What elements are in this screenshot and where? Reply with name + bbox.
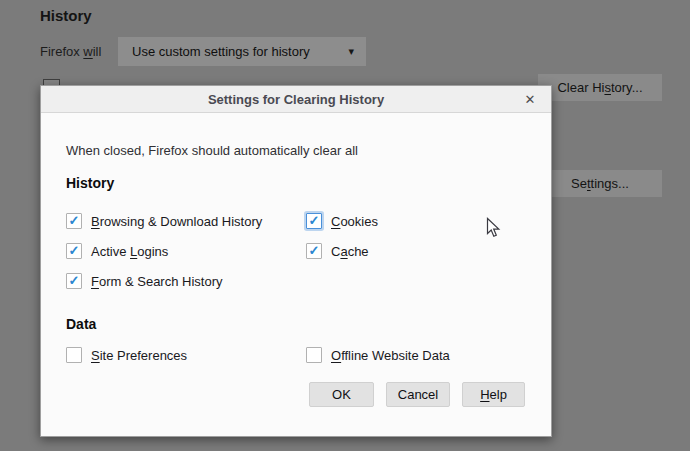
check-icon: ✓ [69,244,80,257]
checkbox-row-cache: ✓ Cache [306,243,369,259]
settings-button[interactable]: Settings... [538,170,662,197]
checkbox-row-cookies: ✓ Cookies [306,213,378,229]
checkbox-label-cookies[interactable]: Cookies [331,214,378,229]
checkbox-active-logins[interactable]: ✓ [66,243,82,259]
checkbox-label-browsing-download-history[interactable]: Browsing & Download History [91,214,262,229]
checkbox-row-site-preferences: ✓ Site Preferences [66,347,187,363]
checkbox-row-browsing-download-history: ✓ Browsing & Download History [66,213,262,229]
history-mode-dropdown[interactable]: Use custom settings for history ▾ [118,37,366,66]
checkbox-label-site-preferences[interactable]: Site Preferences [91,348,187,363]
checkbox-label-offline-website-data[interactable]: Offline Website Data [331,348,450,363]
dropdown-selected-value: Use custom settings for history [132,44,348,59]
checkbox-label-active-logins[interactable]: Active Logins [91,244,168,259]
clear-history-settings-dialog: Settings for Clearing History ✕ When clo… [40,85,552,437]
dialog-description: When closed, Firefox should automaticall… [66,143,358,158]
checkbox-cache[interactable]: ✓ [306,243,322,259]
checkbox-row-active-logins: ✓ Active Logins [66,243,168,259]
dialog-title: Settings for Clearing History [208,92,384,107]
check-icon: ✓ [69,214,80,227]
checkbox-row-form-search-history: ✓ Form & Search History [66,273,223,289]
firefox-preferences-screen: History Firefox will Use custom settings… [0,0,690,451]
checkbox-cookies[interactable]: ✓ [306,213,322,229]
dropdown-arrow-icon: ▾ [348,45,354,58]
history-section-heading: History [66,175,114,191]
check-icon: ✓ [309,244,320,257]
checkbox-row-offline-website-data: ✓ Offline Website Data [306,347,450,363]
dialog-header: Settings for Clearing History ✕ [41,86,551,113]
history-page-title: History [40,7,92,24]
data-section-heading: Data [66,316,96,332]
check-icon: ✓ [69,274,80,287]
checkbox-offline-website-data[interactable]: ✓ [306,347,322,363]
help-button[interactable]: Help [462,382,525,407]
checkbox-form-search-history[interactable]: ✓ [66,273,82,289]
cancel-button[interactable]: Cancel [386,382,450,407]
checkbox-label-cache[interactable]: Cache [331,244,369,259]
checkbox-site-preferences[interactable]: ✓ [66,347,82,363]
ok-button[interactable]: OK [309,382,374,407]
checkbox-label-form-search-history[interactable]: Form & Search History [91,274,223,289]
clear-history-button[interactable]: Clear History... [538,74,662,101]
close-icon[interactable]: ✕ [519,86,541,113]
firefox-will-label: Firefox will [40,44,101,59]
checkbox-browsing-download-history[interactable]: ✓ [66,213,82,229]
check-icon: ✓ [309,214,320,227]
